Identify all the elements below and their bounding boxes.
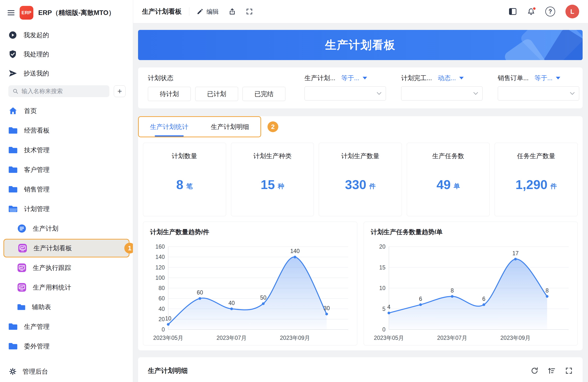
plan-finish-select[interactable] <box>401 86 483 101</box>
svg-text:8: 8 <box>546 287 549 294</box>
check-badge-icon <box>8 50 17 59</box>
svg-text:8: 8 <box>451 287 454 294</box>
quick-filters: 我发起的 我处理的 抄送我的 <box>0 23 133 83</box>
refresh-icon[interactable] <box>531 367 539 375</box>
caret-down-icon[interactable] <box>363 77 367 80</box>
topbar-right: ? L <box>508 5 579 18</box>
sales-order-filter: 销售订单... 等于... <box>498 74 579 101</box>
svg-text:120: 120 <box>155 264 165 271</box>
caret-down-icon[interactable] <box>556 77 560 80</box>
edit-button-label: 编辑 <box>207 8 219 16</box>
svg-text:80: 80 <box>158 285 165 291</box>
sidebar-item-sales-management[interactable]: 销售管理 <box>0 179 133 199</box>
caret-down-icon[interactable] <box>459 77 464 80</box>
document-circle-icon <box>17 224 26 233</box>
sort-settings-icon[interactable] <box>548 367 556 375</box>
sidebar-item-label: 辅助表 <box>32 303 51 311</box>
svg-text:30: 30 <box>323 305 330 311</box>
fullscreen-icon[interactable] <box>565 367 573 375</box>
quantity-trend-chart-card: 计划生产数量趋势/件 0204060801001201401602023年05月… <box>143 222 357 345</box>
sidebar-item-customer-management[interactable]: 客户管理 <box>0 160 133 179</box>
sidebar-item-business-board[interactable]: 经营看板 <box>0 121 133 140</box>
production-plan-select[interactable] <box>305 86 386 101</box>
production-plan-filter: 生产计划... 等于... <box>305 74 386 101</box>
sidebar-header: ERP ERP（精细版-离散MTO） <box>0 0 133 23</box>
app-title: ERP（精细版-离散MTO） <box>38 8 115 17</box>
sidebar-item-production-tracking[interactable]: 生产执行跟踪 <box>0 258 133 277</box>
stat-value: 330 <box>345 177 366 192</box>
stat-title: 任务生产数量 <box>517 152 555 160</box>
stat-title: 生产任务数 <box>432 152 464 160</box>
sidebar-item-label: 客户管理 <box>24 166 49 174</box>
sidebar-item-label: 经营看板 <box>24 126 49 135</box>
stat-card-task-count: 生产任务数 49单 <box>407 143 490 216</box>
edit-button[interactable]: 编辑 <box>197 8 219 16</box>
topbar: 生产计划看板 编辑 <box>133 0 588 23</box>
sidebar-item-label: 计划管理 <box>24 205 49 213</box>
add-button[interactable]: + <box>114 85 126 97</box>
sales-order-select[interactable] <box>498 86 579 101</box>
sidebar-item-tech-management[interactable]: 技术管理 <box>0 140 133 160</box>
help-icon[interactable]: ? <box>545 7 555 16</box>
quantity-trend-chart: 0204060801001201401602023年05月2023年07月202… <box>148 238 352 344</box>
filter-operator[interactable]: 动态... <box>438 74 456 82</box>
hamburger-menu-icon[interactable] <box>7 10 15 16</box>
sidebar-item-production-plan-board[interactable]: 生产计划看板 1 <box>3 239 129 257</box>
sidebar-item-production-management[interactable]: 生产管理 <box>0 317 133 336</box>
svg-text:4: 4 <box>387 304 391 310</box>
svg-text:20: 20 <box>379 243 385 250</box>
quick-item-label: 我发起的 <box>23 31 49 40</box>
status-button-planned[interactable]: 已计划 <box>195 87 238 101</box>
svg-text:10: 10 <box>379 285 385 291</box>
svg-text:20: 20 <box>158 316 165 322</box>
fullscreen-button[interactable] <box>246 8 253 15</box>
share-button[interactable] <box>229 8 236 15</box>
chevron-down-icon <box>376 92 382 95</box>
avatar[interactable]: L <box>566 5 579 18</box>
share-icon <box>229 8 236 15</box>
search-input[interactable] <box>21 88 105 95</box>
main-area: 生产计划看板 编辑 <box>133 0 588 382</box>
collapse-panel-icon[interactable] <box>508 8 517 15</box>
detail-toolbar <box>531 367 573 375</box>
detail-section-title: 生产计划明细 <box>148 366 188 375</box>
sidebar-item-plan-management[interactable]: 计划管理 <box>0 199 133 219</box>
plan-status-label: 计划状态 <box>148 74 285 82</box>
chevron-down-icon <box>473 92 478 95</box>
quick-item-processed[interactable]: 我处理的 <box>0 45 133 64</box>
svg-text:0: 0 <box>162 326 165 333</box>
folder-icon <box>8 127 18 134</box>
svg-text:10: 10 <box>165 315 171 322</box>
tab-plan-detail[interactable]: 生产计划明细 <box>200 117 260 137</box>
quick-item-cc-me[interactable]: 抄送我的 <box>0 64 133 83</box>
status-button-completed[interactable]: 已完结 <box>243 87 285 101</box>
tab-plan-statistics[interactable]: 生产计划统计 <box>139 117 200 137</box>
quick-item-initiated[interactable]: 我发起的 <box>0 25 133 45</box>
chart-title: 计划生产任务数量趋势/单 <box>371 228 572 236</box>
stat-unit: 单 <box>454 178 460 191</box>
dashboard-banner: 生产计划看板 <box>138 30 583 60</box>
filter-operator[interactable]: 等于... <box>535 74 553 82</box>
notifications-button[interactable] <box>527 8 535 16</box>
sidebar-item-outsourcing-management[interactable]: 委外管理 <box>0 336 133 356</box>
status-button-pending[interactable]: 待计划 <box>148 87 191 101</box>
chart-board-icon <box>17 263 26 272</box>
sidebar-item-home[interactable]: 首页 <box>0 101 133 121</box>
stat-unit: 种 <box>278 178 284 191</box>
task-trend-chart-card: 计划生产任务数量趋势/单 051015202023年05月2023年07月202… <box>364 222 578 345</box>
sidebar-footer-admin[interactable]: 管理后台 <box>0 361 133 382</box>
stat-title: 计划数量 <box>172 152 197 160</box>
sidebar-footer-label: 管理后台 <box>22 367 48 376</box>
annotation-step-1: 1 <box>124 243 133 254</box>
sidebar-item-label: 生产计划看板 <box>34 244 72 253</box>
sidebar-item-material-stats[interactable]: 生产用料统计 <box>0 277 133 297</box>
sidebar-item-production-plan[interactable]: 生产计划 <box>0 219 133 238</box>
stat-title: 计划生产种类 <box>253 152 292 160</box>
filter-operator[interactable]: 等于... <box>341 74 359 82</box>
stat-cards: 计划数量 8笔 计划生产种类 15种 计划生产数量 330件 生产任务数 49单… <box>138 137 583 216</box>
search-box[interactable] <box>8 85 109 97</box>
svg-text:160: 160 <box>155 243 165 250</box>
sidebar-item-aux-tables[interactable]: 辅助表 <box>0 297 133 317</box>
home-icon <box>8 106 18 115</box>
chart-board-icon <box>18 243 27 253</box>
